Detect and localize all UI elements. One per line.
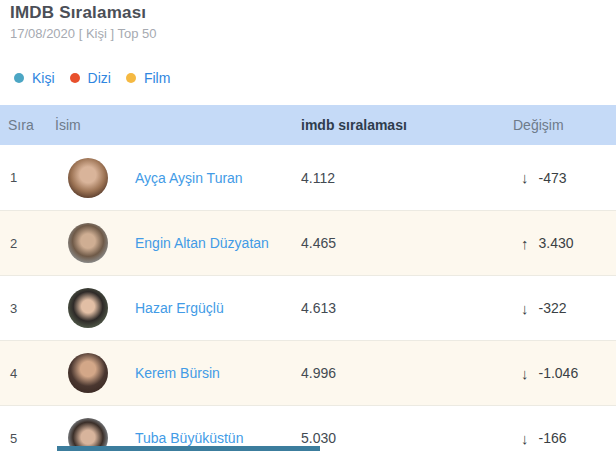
legend-item-label: Dizi [88,70,111,86]
rank-cell: 1 [8,170,55,185]
rank-cell: 3 [8,301,55,316]
column-header-imdb-siralamasi[interactable]: imdb sıralaması [301,117,513,133]
person-avatar[interactable] [68,288,108,328]
page-header: IMDB Sıralaması 17/08/2020 [ Kişi ] Top … [0,0,616,42]
imdb-rank-value: 4.613 [301,300,513,316]
category-legend: Kişi Dizi Film [14,70,616,85]
person-avatar[interactable] [68,223,108,263]
imdb-rank-value: 4.465 [301,235,513,251]
name-cell: Kerem Bürsin [55,353,301,393]
change-value: 3.430 [539,235,574,251]
legend-item-3[interactable]: Film [126,70,170,86]
legend-dot-icon [14,73,24,83]
table-row: 3 Hazar Ergüçlü 4.613 ↓ -322 [0,275,616,340]
person-name-link[interactable]: Hazar Ergüçlü [135,300,224,316]
change-cell: ↑ 3.430 [513,235,616,252]
change-value: -322 [539,300,567,316]
column-header-isim[interactable]: İsim [55,117,301,133]
bottom-cropped-element [57,446,320,451]
rank-cell: 2 [8,236,55,251]
page-title: IMDB Sıralaması [10,3,616,23]
change-cell: ↓ -166 [513,430,616,447]
change-cell: ↓ -473 [513,169,616,186]
change-direction-arrow-icon: ↓ [521,365,529,382]
name-cell: Engin Altan Düzyatan [55,223,301,263]
table-row: 2 Engin Altan Düzyatan 4.465 ↑ 3.430 [0,210,616,275]
column-header-sira[interactable]: Sıra [8,117,55,133]
name-cell: Hazar Ergüçlü [55,288,301,328]
legend-item-label: Film [144,70,170,86]
legend-dot-icon [126,73,136,83]
person-name-link[interactable]: Tuba Büyüküstün [135,430,243,446]
legend-dot-icon [70,73,80,83]
change-direction-arrow-icon: ↓ [521,300,529,317]
name-cell: Ayça Ayşin Turan [55,158,301,198]
change-direction-arrow-icon: ↓ [521,169,529,186]
legend-item-1[interactable]: Kişi [14,70,55,86]
change-direction-arrow-icon: ↓ [521,430,529,447]
imdb-rank-value: 4.996 [301,365,513,381]
table-row: 5 Tuba Büyüküstün 5.030 ↓ -166 [0,405,616,451]
table-header-row: Sıra İsim imdb sıralaması Değişim [0,105,616,145]
change-value: -166 [539,430,567,446]
table-row: 4 Kerem Bürsin 4.996 ↓ -1.046 [0,340,616,405]
page-subtitle: 17/08/2020 [ Kişi ] Top 50 [10,25,616,42]
change-value: -1.046 [539,365,579,381]
person-avatar[interactable] [68,158,108,198]
change-cell: ↓ -1.046 [513,365,616,382]
legend-item-label: Kişi [32,70,55,86]
rank-cell: 4 [8,366,55,381]
ranking-table-body: 1 Ayça Ayşin Turan 4.112 ↓ -473 2 Engin … [0,145,616,451]
person-name-link[interactable]: Ayça Ayşin Turan [135,170,243,186]
change-value: -473 [539,170,567,186]
change-cell: ↓ -322 [513,300,616,317]
table-row: 1 Ayça Ayşin Turan 4.112 ↓ -473 [0,145,616,210]
person-name-link[interactable]: Kerem Bürsin [135,365,220,381]
person-name-link[interactable]: Engin Altan Düzyatan [135,235,269,251]
imdb-rank-value: 4.112 [301,170,513,186]
person-avatar[interactable] [68,353,108,393]
legend-item-2[interactable]: Dizi [70,70,111,86]
column-header-degisim[interactable]: Değişim [513,117,616,133]
imdb-rank-value: 5.030 [301,430,513,446]
change-direction-arrow-icon: ↑ [521,235,529,252]
rank-cell: 5 [8,431,55,446]
